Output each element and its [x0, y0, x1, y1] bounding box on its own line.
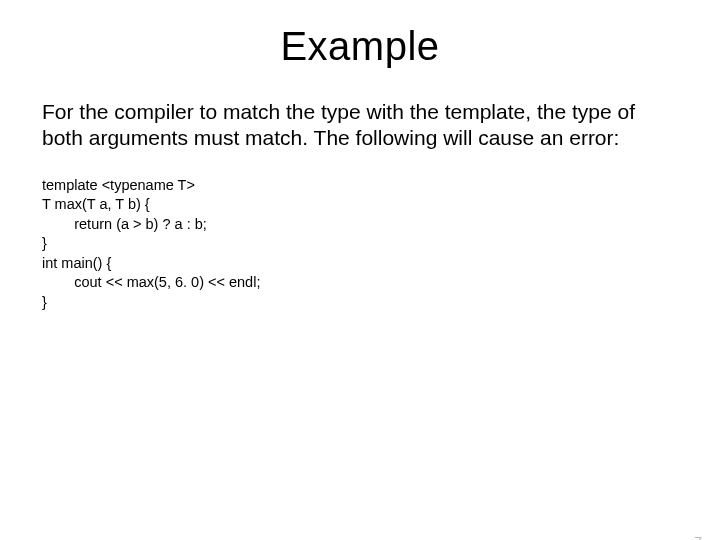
page-number: 7	[694, 534, 702, 540]
code-block: template <typename T> T max(T a, T b) { …	[42, 176, 678, 313]
body-paragraph: For the compiler to match the type with …	[42, 99, 678, 152]
slide: Example For the compiler to match the ty…	[0, 24, 720, 540]
slide-title: Example	[0, 24, 720, 69]
